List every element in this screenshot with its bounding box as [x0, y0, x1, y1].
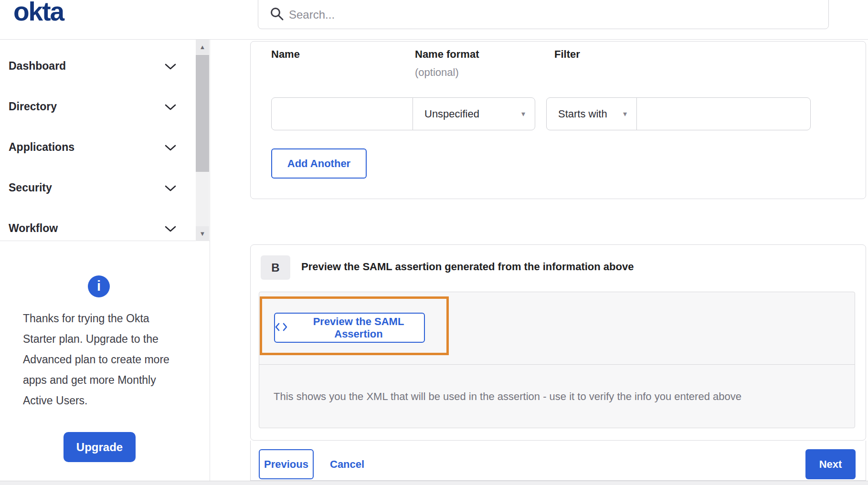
preview-description: This shows you the XML that will be used…	[274, 390, 741, 403]
sidebar-item-workflow[interactable]: Workflow	[0, 208, 210, 249]
chevron-down-icon	[165, 141, 176, 154]
filter-type-select[interactable]: Starts with ▾	[546, 97, 637, 130]
attribute-statements-card: Name Name format (optional) Filter Unspe…	[250, 41, 866, 199]
filter-field-wrap	[636, 97, 811, 130]
sidebar-nav: Dashboard Directory Applications Securit…	[0, 40, 210, 241]
sidebar-item-label: Workflow	[9, 222, 58, 235]
info-icon: i	[88, 275, 110, 297]
chevron-down-icon	[165, 100, 176, 113]
search-icon	[270, 7, 284, 23]
upgrade-button[interactable]: Upgrade	[64, 432, 136, 462]
top-header: okta	[0, 0, 868, 40]
search-input[interactable]	[289, 4, 766, 26]
name-field-wrap	[271, 97, 413, 130]
add-another-button[interactable]: Add Another	[271, 148, 367, 179]
preview-panel-bottom: This shows you the XML that will be used…	[259, 365, 855, 428]
sidebar-item-label: Security	[9, 181, 52, 194]
preview-section-title: Preview the SAML assertion generated fro…	[301, 261, 634, 273]
sidebar-item-security[interactable]: Security	[0, 168, 210, 208]
sidebar-item-label: Directory	[9, 100, 57, 113]
saml-preview-card: B Preview the SAML assertion generated f…	[250, 244, 866, 441]
name-label: Name	[271, 48, 300, 61]
wizard-footer: Previous Cancel Next	[250, 441, 866, 481]
name-format-select[interactable]: Unspecified ▾	[413, 97, 535, 130]
sidebar-item-label: Applications	[9, 141, 74, 154]
sidebar-item-dashboard[interactable]: Dashboard	[0, 46, 210, 86]
caret-down-icon: ▾	[521, 109, 525, 118]
sidebar-item-label: Dashboard	[9, 60, 66, 73]
name-format-hint: (optional)	[415, 66, 459, 79]
chevron-down-icon	[165, 181, 176, 194]
scroll-down-icon[interactable]: ▼	[196, 226, 209, 241]
sidebar-scrollbar[interactable]: ▲ ▼	[196, 40, 209, 241]
name-format-value: Unspecified	[424, 108, 479, 120]
cancel-link[interactable]: Cancel	[330, 449, 364, 479]
preview-panel: Preview the SAML Assertion This shows yo…	[259, 292, 855, 428]
name-input[interactable]	[272, 98, 413, 130]
step-b-badge: B	[261, 255, 290, 280]
filter-value-input[interactable]	[637, 98, 810, 130]
chevron-down-icon	[165, 60, 176, 73]
sidebar: Dashboard Directory Applications Securit…	[0, 40, 210, 481]
next-button[interactable]: Next	[805, 449, 856, 479]
okta-logo[interactable]: okta	[13, 0, 64, 27]
sidebar-item-applications[interactable]: Applications	[0, 127, 210, 168]
filter-type-value: Starts with	[558, 108, 607, 120]
chevron-down-icon	[165, 222, 176, 235]
previous-button[interactable]: Previous	[259, 449, 314, 479]
bottom-edge-strip	[0, 481, 868, 485]
scroll-up-icon[interactable]: ▲	[196, 40, 209, 54]
caret-down-icon: ▾	[623, 109, 627, 118]
code-icon	[275, 322, 287, 334]
trial-notice: Thanks for trying the Okta Starter plan.…	[23, 308, 183, 411]
preview-panel-top: Preview the SAML Assertion	[259, 292, 855, 365]
filter-label: Filter	[554, 48, 580, 61]
global-search	[258, 0, 829, 29]
scrollbar-thumb[interactable]	[196, 55, 209, 172]
sidebar-item-directory[interactable]: Directory	[0, 86, 210, 127]
preview-saml-button[interactable]: Preview the SAML Assertion	[274, 313, 425, 343]
name-format-label: Name format	[415, 48, 479, 61]
preview-saml-button-label: Preview the SAML Assertion	[293, 316, 424, 340]
